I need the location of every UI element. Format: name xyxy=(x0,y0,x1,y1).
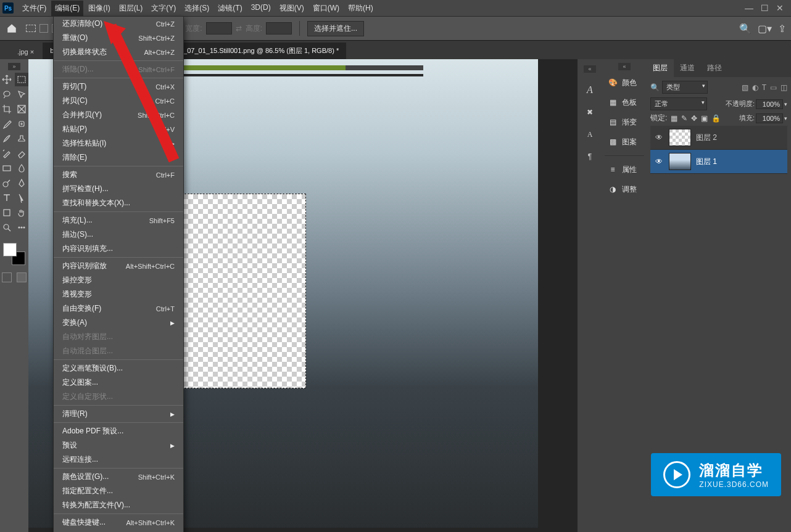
maximize-icon[interactable]: ☐ xyxy=(761,3,769,13)
layer-row[interactable]: 👁图层 1 xyxy=(650,150,787,174)
search-filter-icon[interactable]: 🔍 xyxy=(650,83,660,92)
menu-item[interactable]: 剪切(T)Ctrl+X xyxy=(54,80,183,94)
menu-1[interactable]: 编辑(E) xyxy=(51,1,83,16)
foreground-swatch[interactable] xyxy=(3,243,17,256)
menu-item[interactable]: 键盘快捷键...Alt+Shift+Ctrl+K xyxy=(54,515,183,530)
panel-shortcut[interactable]: 🎨颜色 xyxy=(602,73,647,92)
menu-item[interactable]: 拷贝(C)Ctrl+C xyxy=(54,94,183,108)
menu-7[interactable]: 3D(D) xyxy=(247,1,275,16)
dodge-tool-icon[interactable] xyxy=(0,176,14,190)
eraser-tool-icon[interactable] xyxy=(15,147,28,160)
layer-row[interactable]: 👁图层 2 xyxy=(650,126,787,150)
marquee-tool-icon[interactable] xyxy=(15,73,28,86)
lock-position-icon[interactable]: ✥ xyxy=(691,114,697,123)
filter-smart-icon[interactable]: ◫ xyxy=(781,83,787,92)
panel-shortcut[interactable]: ▩图案 xyxy=(602,132,647,152)
tool-presets-icon[interactable]: ✖ xyxy=(582,105,597,120)
menu-item[interactable]: 内容识别缩放Alt+Shift+Ctrl+C xyxy=(54,259,183,273)
path-select-tool-icon[interactable] xyxy=(15,191,28,205)
layer-thumbnail[interactable] xyxy=(669,129,691,146)
edit-toolbar-icon[interactable] xyxy=(15,221,28,234)
menu-item[interactable]: 颜色设置(G)...Shift+Ctrl+K xyxy=(54,470,183,484)
lasso-tool-icon[interactable] xyxy=(0,88,14,101)
lock-brush-icon[interactable]: ✎ xyxy=(681,114,687,123)
hand-tool-icon[interactable] xyxy=(15,206,28,219)
quick-select-tool-icon[interactable] xyxy=(15,88,28,101)
filter-shape-icon[interactable]: ▭ xyxy=(770,83,777,92)
menu-4[interactable]: 文字(Y) xyxy=(147,1,180,16)
glyphs-panel-icon[interactable]: A xyxy=(582,127,597,142)
filter-adjust-icon[interactable]: ◐ xyxy=(752,83,758,92)
frame-tool-icon[interactable] xyxy=(15,102,28,116)
menu-item[interactable]: 指定配置文件... xyxy=(54,484,183,498)
move-tool-icon[interactable] xyxy=(0,73,14,86)
lock-artboard-icon[interactable]: ▣ xyxy=(701,114,708,123)
menu-item[interactable]: 重做(O)Shift+Ctrl+Z xyxy=(54,31,183,45)
menu-5[interactable]: 选择(S) xyxy=(181,1,213,16)
menu-10[interactable]: 帮助(H) xyxy=(344,1,377,16)
search-icon[interactable]: 🔍 xyxy=(739,23,752,35)
pen-tool-icon[interactable] xyxy=(15,176,28,190)
screenmode-icon[interactable] xyxy=(17,272,27,282)
menu-item[interactable]: 预设▶ xyxy=(54,438,183,452)
panel-shortcut[interactable]: ≡属性 xyxy=(602,160,647,179)
menu-item[interactable]: 定义画笔预设(B)... xyxy=(54,361,183,375)
paragraph-panel-icon[interactable]: ¶ xyxy=(582,149,597,164)
share-icon[interactable]: ⇪ xyxy=(778,23,786,35)
filter-text-icon[interactable]: T xyxy=(762,83,766,92)
menu-6[interactable]: 滤镜(T) xyxy=(214,1,246,16)
lock-pixels-icon[interactable]: ▦ xyxy=(671,114,677,123)
menu-item[interactable]: 选择性粘贴(I)▶ xyxy=(54,136,183,150)
crop-tool-icon[interactable] xyxy=(0,102,14,116)
menu-item[interactable]: 内容识别填充... xyxy=(54,242,183,256)
home-icon[interactable] xyxy=(5,22,19,35)
menu-item[interactable]: 描边(S)... xyxy=(54,227,183,242)
select-and-mask-button[interactable]: 选择并遮住... xyxy=(307,21,364,36)
visibility-icon[interactable]: 👁 xyxy=(654,133,664,142)
menu-item[interactable]: 定义图案... xyxy=(54,375,183,390)
blur-tool-icon[interactable] xyxy=(15,162,28,175)
menu-item[interactable]: 拼写检查(H)... xyxy=(54,182,183,196)
panel-tab[interactable]: 图层 xyxy=(647,59,674,77)
menu-3[interactable]: 图层(L) xyxy=(115,1,147,16)
gradient-tool-icon[interactable] xyxy=(0,162,14,175)
menu-item[interactable]: Adobe PDF 预设... xyxy=(54,424,183,438)
brush-tool-icon[interactable] xyxy=(0,132,14,145)
eyedropper-tool-icon[interactable] xyxy=(0,117,14,131)
text-tool-icon[interactable] xyxy=(0,191,14,205)
sel-mode-new-icon[interactable] xyxy=(39,24,48,33)
menu-item[interactable]: 菜单(U)...Alt+Shift+Ctrl+M xyxy=(54,530,183,532)
character-panel-icon[interactable]: A xyxy=(582,83,597,97)
menu-item[interactable]: 粘贴(P)Ctrl+V xyxy=(54,122,183,136)
menu-item[interactable]: 搜索Ctrl+F xyxy=(54,168,183,182)
menu-0[interactable]: 文件(F) xyxy=(19,1,50,16)
stamp-tool-icon[interactable] xyxy=(15,132,28,145)
heal-tool-icon[interactable] xyxy=(15,117,28,131)
panel-tab[interactable]: 路径 xyxy=(701,59,728,77)
menu-item[interactable]: 查找和替换文本(X)... xyxy=(54,196,183,210)
visibility-icon[interactable]: 👁 xyxy=(654,157,664,166)
panel-shortcut[interactable]: ▦色板 xyxy=(602,92,647,112)
shape-tool-icon[interactable] xyxy=(0,206,14,219)
zoom-tool-icon[interactable] xyxy=(0,221,14,234)
blend-mode-dropdown[interactable]: 正常 xyxy=(650,97,707,110)
collapse-toolbox-icon[interactable]: » xyxy=(8,63,20,70)
minimize-icon[interactable]: — xyxy=(745,3,753,13)
menu-item[interactable]: 填充(L)...Shift+F5 xyxy=(54,213,183,227)
menu-item[interactable]: 清理(R)▶ xyxy=(54,407,183,421)
menu-item[interactable]: 清除(E) xyxy=(54,150,183,165)
menu-item[interactable]: 变换(A)▶ xyxy=(54,316,183,330)
panel-shortcut[interactable]: ▤渐变 xyxy=(602,112,647,132)
expand-icon[interactable]: « xyxy=(584,65,596,73)
lock-all-icon[interactable]: 🔒 xyxy=(711,114,721,123)
fill-input[interactable]: 100% xyxy=(756,113,783,123)
color-swatches[interactable] xyxy=(3,243,25,265)
document-tab[interactable]: .jpg × xyxy=(10,44,41,59)
panel-shortcut[interactable]: ◑调整 xyxy=(602,179,647,199)
menu-item[interactable]: 切换最终状态Alt+Ctrl+Z xyxy=(54,45,183,59)
menu-item[interactable]: 转换为配置文件(V)... xyxy=(54,498,183,512)
opacity-input[interactable]: 100% xyxy=(756,99,783,109)
menu-item[interactable]: 合并拷贝(Y)Shift+Ctrl+C xyxy=(54,108,183,122)
filter-pixel-icon[interactable]: ▧ xyxy=(742,83,748,92)
history-brush-icon[interactable] xyxy=(0,147,14,160)
